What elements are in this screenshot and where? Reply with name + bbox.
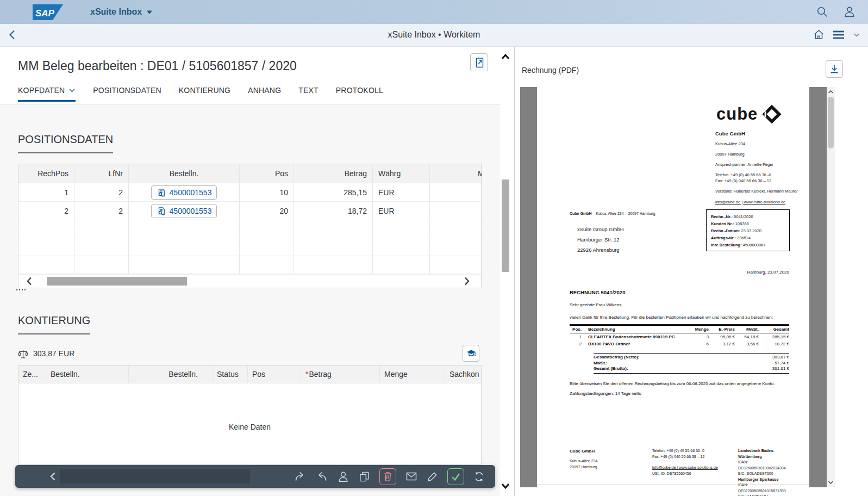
toolbar-scrollbar-thumb[interactable] (60, 469, 250, 483)
meta-row: Auftrags-Nr.: 236514 (711, 234, 785, 241)
download-button[interactable] (826, 60, 843, 78)
cell-empty (18, 220, 74, 238)
scrollbar-thumb[interactable] (47, 277, 187, 286)
invoice-meta-box: Rechn.-Nr.: 5041/2020 Kunden Nr.: 108788… (706, 209, 790, 251)
tab-text[interactable]: TEXT (298, 86, 319, 102)
undo-button[interactable] (315, 470, 328, 483)
item-epreis: 95,05 € (709, 334, 735, 340)
table-row-empty (18, 220, 481, 238)
horizontal-scrollbar[interactable] (18, 274, 481, 288)
app-title-menu[interactable]: xSuite Inbox (90, 7, 153, 17)
scroll-left-button[interactable] (25, 275, 37, 287)
column-header-betrag: *Betrag (301, 365, 380, 383)
tab-kontierung[interactable]: KONTIERUNG (179, 86, 230, 102)
cell-empty (240, 256, 294, 274)
panel-vertical-scrollbar[interactable] (500, 47, 514, 496)
column-header-betrag: Betrag (294, 164, 373, 183)
invoice-heading: RECHNUNG 5041/2020 (570, 289, 625, 295)
refresh-button[interactable] (473, 470, 485, 483)
open-in-new-window-button[interactable] (470, 53, 488, 71)
user-profile-button[interactable] (843, 5, 856, 18)
item-mwst: 3,56 € (735, 341, 759, 347)
tab-positionsdaten[interactable]: POSITIONSDATEN (93, 86, 161, 102)
tab-protokoll[interactable]: PROTOKOLL (336, 86, 383, 102)
approve-button[interactable] (447, 468, 464, 485)
items-row: 2 BX100 PAVO Ordner 6 3,12 € 3,56 € 18,7… (570, 340, 789, 348)
home-button[interactable] (813, 29, 825, 40)
scrollbar-thumb[interactable] (502, 179, 509, 272)
table-header-row: Ze... Bestelln. Bestelln. Status Pos *Be… (18, 365, 481, 383)
cell-empty (18, 238, 74, 256)
footer-bic-1: BIC: SOLADEST600 (738, 471, 790, 477)
item-menge: 6 (688, 341, 709, 347)
cell-waehrg: EUR (373, 183, 430, 201)
empty-table-message: Keine Daten (229, 423, 271, 431)
cell-betrag: 285,15 (294, 183, 373, 201)
invoice-salutation: Sehr geehrte Frau Wilkens, (570, 302, 622, 307)
menu-button[interactable] (832, 29, 845, 40)
scroll-down-button[interactable] (501, 481, 511, 492)
search-button[interactable] (816, 5, 829, 18)
forward-arrow-icon (294, 470, 307, 483)
email-button[interactable] (405, 470, 418, 483)
item-gesamt: 18,72 € (759, 341, 789, 347)
purchase-order-number: 4500001553 (170, 188, 212, 197)
tab-label: TEXT (298, 86, 319, 95)
meta-label: Rechn.-Nr.: (711, 214, 733, 219)
hamburger-menu-icon (832, 29, 845, 40)
cell-empty (373, 220, 430, 238)
table-row-empty (18, 238, 481, 256)
scroll-up-button[interactable] (501, 51, 511, 62)
tab-label: KOPFDATEN (18, 86, 65, 95)
delete-button[interactable] (379, 468, 396, 485)
column-header-bestelln-1: Bestelln. (46, 365, 129, 383)
popout-document-icon (473, 57, 485, 69)
kontierung-table-body: Keine Daten (18, 383, 481, 464)
copy-button[interactable] (358, 470, 371, 483)
supplier-contact: Ansprechpartner: Annette Feger (715, 162, 798, 168)
supplier-board: Vorstand: Hubertus Kubieki, Hermann Maur… (715, 189, 798, 194)
pdf-scroll-down-button[interactable] (827, 479, 835, 486)
kontierung-toolbar: 303,87 EUR (18, 344, 482, 363)
invoice-items-table: Pos. Bezeichnung Menge E.-Preis MwSt. Ge… (570, 324, 789, 348)
assign-user-button[interactable] (337, 470, 349, 483)
pdf-scroll-up-button[interactable] (827, 88, 835, 96)
cell-empty (373, 256, 430, 274)
purchase-order-link-button[interactable]: 4500001553 (151, 185, 217, 200)
tab-anhang[interactable]: ANHANG (248, 86, 281, 102)
resize-grip[interactable] (16, 289, 27, 290)
sender-address: – Kubus-Allee 234 – 20097 Hamburg (591, 212, 655, 215)
scrollbar-thumb[interactable] (828, 97, 834, 148)
purchase-order-link-button[interactable]: 4500001553 (151, 204, 217, 218)
total-label: MwSt.: (594, 361, 608, 367)
footer-bank-1: Landesbank Baden-Württemberg (738, 448, 790, 460)
cell-empty (294, 238, 373, 256)
cell-empty (373, 238, 430, 256)
total-value: 57,74 € (775, 361, 789, 367)
scroll-right-button[interactable] (463, 275, 474, 287)
collapse-header-button[interactable] (853, 32, 860, 38)
suggestion-button[interactable] (463, 345, 479, 362)
cell-empty (430, 238, 482, 256)
check-icon (450, 471, 461, 482)
object-header: MM Beleg bearbeiten : DE01 / 5105601857 … (0, 47, 500, 105)
total-label: Gesamtbetrag (Netto): (594, 355, 639, 361)
edit-button[interactable] (427, 470, 439, 482)
forward-button[interactable] (294, 470, 307, 483)
column-header-sachkonto: Sachkon (445, 365, 482, 383)
cell-empty (74, 256, 129, 274)
footer-bic-2: BIC: HASPDEHH (738, 494, 790, 496)
invoice-intro: vielen Dank für Ihre Bestellung. Für die… (570, 315, 773, 320)
pdf-scrollbar[interactable] (827, 87, 835, 487)
column-header-waehrg: Währg (373, 164, 430, 183)
pdf-panel-title: Rechnung (PDF) (522, 66, 579, 75)
cell-empty (240, 238, 294, 256)
item-menge: 3 (688, 334, 709, 340)
column-header-pos: Pos (240, 164, 294, 183)
pdf-viewer[interactable]: cube Cube GmbH Kubus-Allee 234 20097 Ham… (520, 87, 835, 487)
toolbar-scroll-left-button[interactable] (49, 472, 57, 481)
items-header-mwst: MwSt. (735, 326, 759, 332)
tab-kopfdaten[interactable]: KOPFDATEN (18, 86, 76, 102)
meta-label: Rechn.-Datum: (711, 228, 740, 233)
action-toolbar (15, 465, 495, 488)
